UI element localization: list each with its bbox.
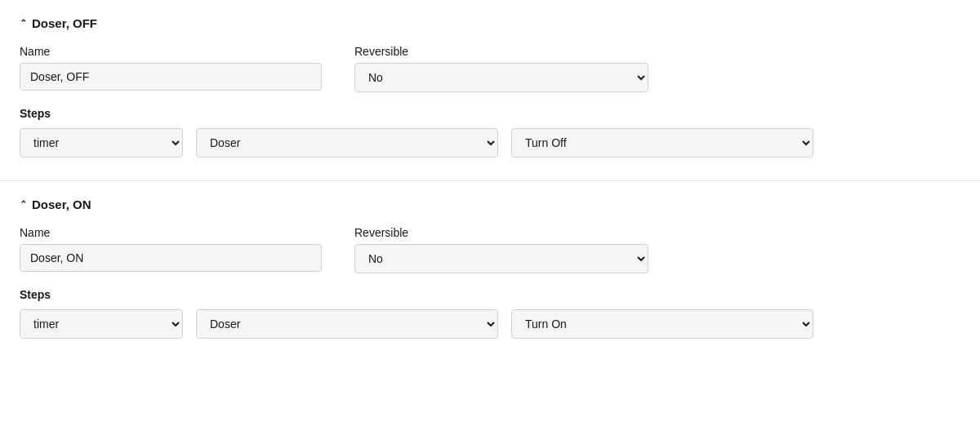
name-group-2: Name: [20, 226, 322, 273]
form-row-2: Name Reversible No Yes: [20, 226, 960, 273]
name-label-1: Name: [20, 45, 322, 58]
step-device-select-2[interactable]: Doser: [196, 309, 498, 339]
steps-row-1: timer action delay Doser Turn Off Turn O…: [20, 128, 960, 158]
steps-row-2: timer action delay Doser Turn Off Turn O…: [20, 309, 960, 339]
reversible-select-2[interactable]: No Yes: [354, 244, 648, 273]
section-doser-on: ⌃ Doser, ON Name Reversible No Yes Steps…: [0, 180, 980, 362]
reversible-group-2: Reversible No Yes: [354, 226, 648, 273]
form-row-1: Name Reversible No Yes: [20, 45, 960, 92]
step-device-select-1[interactable]: Doser: [196, 128, 498, 158]
name-label-2: Name: [20, 226, 322, 239]
step-action-select-2[interactable]: Turn Off Turn On: [511, 309, 813, 339]
chevron-icon-1[interactable]: ⌃: [20, 18, 27, 29]
section-header-2: ⌃ Doser, ON: [20, 197, 960, 211]
section-header-1: ⌃ Doser, OFF: [20, 16, 960, 30]
section-doser-off: ⌃ Doser, OFF Name Reversible No Yes Step…: [0, 0, 980, 180]
section-title-1: Doser, OFF: [32, 16, 97, 30]
reversible-label-2: Reversible: [354, 226, 648, 239]
reversible-label-1: Reversible: [354, 45, 648, 58]
section-title-2: Doser, ON: [32, 197, 91, 211]
steps-label-1: Steps: [20, 107, 960, 120]
chevron-icon-2[interactable]: ⌃: [20, 199, 27, 210]
name-input-2[interactable]: [20, 244, 322, 272]
name-group-1: Name: [20, 45, 322, 92]
steps-label-2: Steps: [20, 288, 960, 301]
step-type-select-2[interactable]: timer action delay: [20, 309, 183, 339]
step-action-select-1[interactable]: Turn Off Turn On: [511, 128, 813, 158]
reversible-group-1: Reversible No Yes: [354, 45, 648, 92]
step-type-select-1[interactable]: timer action delay: [20, 128, 183, 158]
name-input-1[interactable]: [20, 63, 322, 91]
reversible-select-1[interactable]: No Yes: [354, 63, 648, 92]
